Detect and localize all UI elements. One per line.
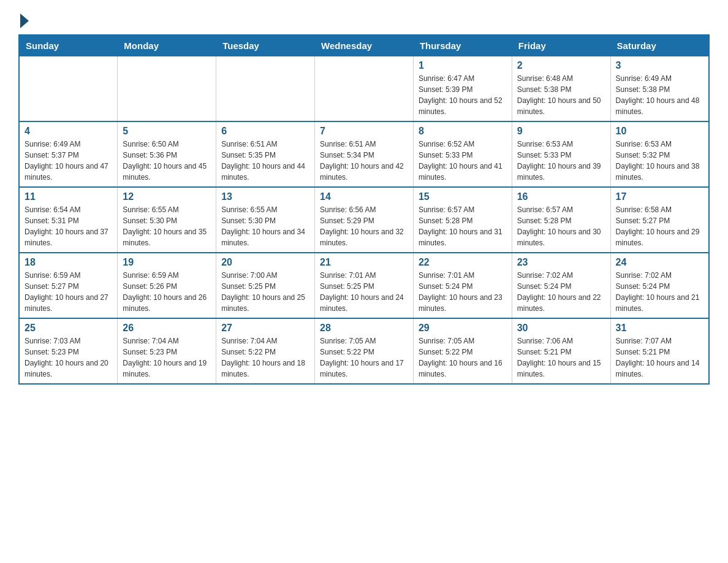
calendar-day-cell: 31Sunrise: 7:07 AM Sunset: 5:21 PM Dayli… bbox=[610, 318, 709, 384]
calendar-week-row: 4Sunrise: 6:49 AM Sunset: 5:37 PM Daylig… bbox=[19, 121, 709, 187]
day-info: Sunrise: 6:51 AM Sunset: 5:35 PM Dayligh… bbox=[221, 139, 309, 183]
day-info: Sunrise: 7:02 AM Sunset: 5:24 PM Dayligh… bbox=[517, 270, 605, 314]
day-info: Sunrise: 6:47 AM Sunset: 5:39 PM Dayligh… bbox=[419, 73, 507, 117]
calendar-day-cell: 10Sunrise: 6:53 AM Sunset: 5:32 PM Dayli… bbox=[610, 121, 709, 187]
calendar-day-cell: 13Sunrise: 6:55 AM Sunset: 5:30 PM Dayli… bbox=[216, 187, 315, 253]
calendar-day-cell: 3Sunrise: 6:49 AM Sunset: 5:38 PM Daylig… bbox=[610, 56, 709, 122]
day-number: 29 bbox=[419, 323, 507, 334]
calendar-day-cell bbox=[315, 56, 414, 122]
calendar-week-row: 18Sunrise: 6:59 AM Sunset: 5:27 PM Dayli… bbox=[19, 253, 709, 318]
day-info: Sunrise: 7:00 AM Sunset: 5:25 PM Dayligh… bbox=[221, 270, 309, 314]
calendar-day-cell: 14Sunrise: 6:56 AM Sunset: 5:29 PM Dayli… bbox=[315, 187, 414, 253]
day-info: Sunrise: 6:56 AM Sunset: 5:29 PM Dayligh… bbox=[320, 204, 408, 248]
calendar-day-cell: 8Sunrise: 6:52 AM Sunset: 5:33 PM Daylig… bbox=[413, 121, 512, 187]
day-number: 12 bbox=[123, 191, 211, 202]
calendar-day-cell: 30Sunrise: 7:06 AM Sunset: 5:21 PM Dayli… bbox=[512, 318, 610, 384]
day-info: Sunrise: 6:48 AM Sunset: 5:38 PM Dayligh… bbox=[517, 73, 605, 117]
calendar-day-cell bbox=[19, 56, 118, 122]
day-number: 10 bbox=[616, 126, 703, 137]
day-number: 14 bbox=[320, 191, 408, 202]
day-info: Sunrise: 6:53 AM Sunset: 5:32 PM Dayligh… bbox=[616, 139, 703, 183]
logo bbox=[18, 12, 29, 28]
calendar-day-cell: 29Sunrise: 7:05 AM Sunset: 5:22 PM Dayli… bbox=[413, 318, 512, 384]
calendar-day-cell: 24Sunrise: 7:02 AM Sunset: 5:24 PM Dayli… bbox=[610, 253, 709, 318]
day-info: Sunrise: 6:49 AM Sunset: 5:38 PM Dayligh… bbox=[616, 73, 703, 117]
weekday-header-row: SundayMondayTuesdayWednesdayThursdayFrid… bbox=[19, 35, 709, 56]
day-info: Sunrise: 6:59 AM Sunset: 5:27 PM Dayligh… bbox=[25, 270, 112, 314]
day-number: 11 bbox=[25, 191, 112, 202]
calendar-day-cell: 22Sunrise: 7:01 AM Sunset: 5:24 PM Dayli… bbox=[413, 253, 512, 318]
day-number: 17 bbox=[616, 191, 703, 202]
weekday-header-thursday: Thursday bbox=[413, 35, 512, 56]
day-number: 26 bbox=[123, 323, 211, 334]
calendar-day-cell: 4Sunrise: 6:49 AM Sunset: 5:37 PM Daylig… bbox=[19, 121, 118, 187]
day-info: Sunrise: 6:54 AM Sunset: 5:31 PM Dayligh… bbox=[25, 204, 112, 248]
calendar-day-cell: 12Sunrise: 6:55 AM Sunset: 5:30 PM Dayli… bbox=[118, 187, 216, 253]
day-info: Sunrise: 7:02 AM Sunset: 5:24 PM Dayligh… bbox=[616, 270, 703, 314]
day-info: Sunrise: 7:07 AM Sunset: 5:21 PM Dayligh… bbox=[616, 335, 703, 380]
calendar-day-cell: 27Sunrise: 7:04 AM Sunset: 5:22 PM Dayli… bbox=[216, 318, 315, 384]
day-number: 2 bbox=[517, 60, 605, 71]
calendar-day-cell: 26Sunrise: 7:04 AM Sunset: 5:23 PM Dayli… bbox=[118, 318, 216, 384]
calendar-day-cell: 28Sunrise: 7:05 AM Sunset: 5:22 PM Dayli… bbox=[315, 318, 414, 384]
weekday-header-wednesday: Wednesday bbox=[315, 35, 414, 56]
day-number: 16 bbox=[517, 191, 605, 202]
day-info: Sunrise: 6:55 AM Sunset: 5:30 PM Dayligh… bbox=[123, 204, 211, 248]
day-info: Sunrise: 6:51 AM Sunset: 5:34 PM Dayligh… bbox=[320, 139, 408, 183]
day-info: Sunrise: 7:03 AM Sunset: 5:23 PM Dayligh… bbox=[25, 335, 112, 380]
day-info: Sunrise: 7:04 AM Sunset: 5:23 PM Dayligh… bbox=[123, 335, 211, 380]
calendar-day-cell: 25Sunrise: 7:03 AM Sunset: 5:23 PM Dayli… bbox=[19, 318, 118, 384]
day-number: 23 bbox=[517, 257, 605, 268]
day-info: Sunrise: 6:50 AM Sunset: 5:36 PM Dayligh… bbox=[123, 139, 211, 183]
calendar-week-row: 1Sunrise: 6:47 AM Sunset: 5:39 PM Daylig… bbox=[19, 56, 709, 122]
day-number: 27 bbox=[221, 323, 309, 334]
weekday-header-saturday: Saturday bbox=[610, 35, 709, 56]
day-number: 8 bbox=[419, 126, 507, 137]
weekday-header-tuesday: Tuesday bbox=[216, 35, 315, 56]
day-info: Sunrise: 6:53 AM Sunset: 5:33 PM Dayligh… bbox=[517, 139, 605, 183]
day-number: 28 bbox=[320, 323, 408, 334]
day-number: 31 bbox=[616, 323, 703, 334]
calendar-day-cell: 20Sunrise: 7:00 AM Sunset: 5:25 PM Dayli… bbox=[216, 253, 315, 318]
calendar-day-cell bbox=[216, 56, 315, 122]
day-info: Sunrise: 6:57 AM Sunset: 5:28 PM Dayligh… bbox=[419, 204, 507, 248]
day-number: 9 bbox=[517, 126, 605, 137]
calendar-day-cell: 18Sunrise: 6:59 AM Sunset: 5:27 PM Dayli… bbox=[19, 253, 118, 318]
day-info: Sunrise: 7:01 AM Sunset: 5:25 PM Dayligh… bbox=[320, 270, 408, 314]
day-number: 1 bbox=[419, 60, 507, 71]
weekday-header-friday: Friday bbox=[512, 35, 610, 56]
day-number: 24 bbox=[616, 257, 703, 268]
calendar-week-row: 11Sunrise: 6:54 AM Sunset: 5:31 PM Dayli… bbox=[19, 187, 709, 253]
weekday-header-monday: Monday bbox=[118, 35, 216, 56]
calendar-day-cell: 5Sunrise: 6:50 AM Sunset: 5:36 PM Daylig… bbox=[118, 121, 216, 187]
calendar-table: SundayMondayTuesdayWednesdayThursdayFrid… bbox=[18, 34, 710, 385]
day-number: 13 bbox=[221, 191, 309, 202]
day-number: 4 bbox=[25, 126, 112, 137]
calendar-day-cell: 15Sunrise: 6:57 AM Sunset: 5:28 PM Dayli… bbox=[413, 187, 512, 253]
day-info: Sunrise: 7:06 AM Sunset: 5:21 PM Dayligh… bbox=[517, 335, 605, 380]
logo-arrow-icon bbox=[20, 13, 29, 28]
day-number: 15 bbox=[419, 191, 507, 202]
calendar-day-cell: 19Sunrise: 6:59 AM Sunset: 5:26 PM Dayli… bbox=[118, 253, 216, 318]
weekday-header-sunday: Sunday bbox=[19, 35, 118, 56]
calendar-day-cell: 21Sunrise: 7:01 AM Sunset: 5:25 PM Dayli… bbox=[315, 253, 414, 318]
day-info: Sunrise: 7:05 AM Sunset: 5:22 PM Dayligh… bbox=[320, 335, 408, 380]
day-number: 19 bbox=[123, 257, 211, 268]
calendar-week-row: 25Sunrise: 7:03 AM Sunset: 5:23 PM Dayli… bbox=[19, 318, 709, 384]
calendar-day-cell: 1Sunrise: 6:47 AM Sunset: 5:39 PM Daylig… bbox=[413, 56, 512, 122]
day-info: Sunrise: 7:01 AM Sunset: 5:24 PM Dayligh… bbox=[419, 270, 507, 314]
calendar-day-cell: 7Sunrise: 6:51 AM Sunset: 5:34 PM Daylig… bbox=[315, 121, 414, 187]
day-number: 22 bbox=[419, 257, 507, 268]
calendar-day-cell: 23Sunrise: 7:02 AM Sunset: 5:24 PM Dayli… bbox=[512, 253, 610, 318]
day-info: Sunrise: 6:57 AM Sunset: 5:28 PM Dayligh… bbox=[517, 204, 605, 248]
calendar-day-cell bbox=[118, 56, 216, 122]
day-number: 30 bbox=[517, 323, 605, 334]
day-info: Sunrise: 6:55 AM Sunset: 5:30 PM Dayligh… bbox=[221, 204, 309, 248]
day-number: 20 bbox=[221, 257, 309, 268]
day-number: 5 bbox=[123, 126, 211, 137]
day-number: 6 bbox=[221, 126, 309, 137]
page-header bbox=[18, 12, 710, 28]
day-info: Sunrise: 6:58 AM Sunset: 5:27 PM Dayligh… bbox=[616, 204, 703, 248]
day-number: 25 bbox=[25, 323, 112, 334]
day-info: Sunrise: 7:05 AM Sunset: 5:22 PM Dayligh… bbox=[419, 335, 507, 380]
